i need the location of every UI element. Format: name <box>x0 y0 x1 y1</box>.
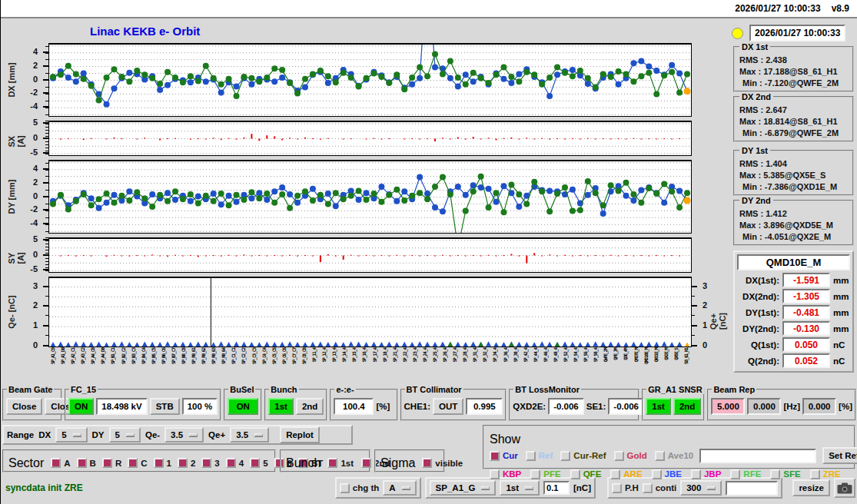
show-checkbox-jbe[interactable]: JBE <box>652 469 682 479</box>
show-checkbox-cur[interactable]: Cur <box>490 451 518 461</box>
dx-plot[interactable] <box>48 43 692 117</box>
status-checkbox-conti[interactable]: conti <box>643 483 676 493</box>
checkbox-box[interactable] <box>102 458 112 468</box>
timestamp-display: 2026/01/27 10:00:33 <box>749 25 845 41</box>
sector-checkbox-5[interactable]: 5 <box>250 458 267 468</box>
sector-checkbox-4[interactable]: 4 <box>226 458 244 468</box>
checkbox-box[interactable] <box>770 469 780 479</box>
checkbox-box[interactable] <box>490 451 500 461</box>
checkbox-box[interactable] <box>652 469 662 479</box>
bunch-2nd-button[interactable]: 2nd <box>296 398 324 415</box>
set-ref-button[interactable]: Set Ref <box>822 447 857 464</box>
checkbox-box[interactable] <box>560 451 570 461</box>
checkbox-box[interactable] <box>810 469 820 479</box>
checkbox-box[interactable] <box>327 458 337 468</box>
show-checkbox-gold[interactable]: Gold <box>614 451 647 461</box>
bunch-filter-checkbox-1st[interactable]: 1st <box>327 458 354 468</box>
status-checkbox-p-h[interactable]: P.H <box>612 483 639 493</box>
y-tick-label: 4 <box>33 47 38 56</box>
che1-out-button[interactable]: OUT <box>433 398 463 415</box>
show-checkbox-sfe[interactable]: SFE <box>770 469 800 479</box>
sector-checkbox-r[interactable]: R <box>102 458 121 468</box>
ee-ratio-readout: 100.4 <box>334 398 374 415</box>
checkbox-box[interactable] <box>250 458 260 468</box>
checkbox-box[interactable] <box>730 469 740 479</box>
bpm-readout-rows: DX(1st):-1.591mmDX(2nd):-1.305mmDY(1st):… <box>737 272 850 369</box>
sx-plot[interactable] <box>48 121 692 156</box>
checkbox-box[interactable] <box>201 458 211 468</box>
checkbox-box[interactable] <box>655 451 665 461</box>
checkbox-box[interactable] <box>51 458 61 468</box>
bpm-readout-row: Q(2nd):0.052nC <box>737 353 850 369</box>
sector-checkbox-a[interactable]: A <box>51 458 70 468</box>
range-dy-dropdown[interactable]: 5 <box>109 427 141 443</box>
show-checkbox-pfe[interactable]: PFE <box>530 469 560 479</box>
checkbox-box[interactable] <box>422 458 432 468</box>
checkbox-box[interactable] <box>178 458 188 468</box>
show-checkbox-qfe[interactable]: QFE <box>570 469 602 479</box>
selected-bpm-name: QMD10E_M <box>737 254 850 270</box>
status-checkbox-chg-th[interactable]: chg th <box>340 483 380 493</box>
qe-plot[interactable] <box>48 277 692 347</box>
checkbox-box[interactable] <box>77 458 87 468</box>
show-checkbox-ref[interactable]: Ref <box>526 451 553 461</box>
dy-plot[interactable] <box>48 160 692 234</box>
snsr-1st-button[interactable]: 1st <box>646 398 671 415</box>
show-checkbox-ave10[interactable]: Ave10 <box>655 451 693 461</box>
range-qe-plus-dropdown[interactable]: 3.5 <box>230 427 269 443</box>
checkbox-box[interactable] <box>526 451 536 461</box>
x-tick-label: SP_21_4 <box>392 348 397 362</box>
show-checkbox-cur-ref[interactable]: Cur-Ref <box>560 451 606 461</box>
show-checkbox-rfe[interactable]: RFE <box>730 469 761 479</box>
checkbox-box[interactable] <box>691 469 701 479</box>
show-checkbox-jbp[interactable]: JBP <box>691 469 721 479</box>
checkbox-box[interactable] <box>612 483 622 493</box>
checkbox-box[interactable] <box>530 469 540 479</box>
checkbox-box[interactable] <box>128 458 138 468</box>
sector-checkbox-c[interactable]: C <box>128 458 147 468</box>
ref-file-input[interactable] <box>699 449 816 463</box>
mode-dropdown[interactable]: A <box>383 480 416 496</box>
sector-checkbox-1[interactable]: 1 <box>154 458 171 468</box>
replot-button[interactable]: Replot <box>280 426 320 443</box>
range-dx-dropdown[interactable]: 5 <box>55 427 87 443</box>
y-axis-right-title: Qe+ [nC] <box>709 294 727 330</box>
snsr-2nd-button[interactable]: 2nd <box>673 398 701 415</box>
checkbox-box[interactable] <box>643 483 653 493</box>
checkbox-box[interactable] <box>340 483 350 493</box>
bunch-select-group: Bunch 1st 2nd <box>264 389 327 421</box>
show-checkbox-are[interactable]: ARE <box>610 469 642 479</box>
bpm-readout-value: 0.050 <box>782 337 830 352</box>
fc15-stb-button[interactable]: STB <box>150 398 180 415</box>
x-tick-label: SP_54_4 <box>573 348 578 362</box>
y-axis-title: DX [mm] <box>7 62 16 97</box>
range-qe-minus-dropdown[interactable]: 3.5 <box>164 427 204 443</box>
checkbox-box[interactable] <box>610 469 620 479</box>
show-checkbox-kbp[interactable]: KBP <box>490 469 521 479</box>
sigma-checkbox-visible[interactable]: visible <box>422 458 463 468</box>
x-tick-label: SP_28_4 <box>462 348 467 362</box>
checkbox-box[interactable] <box>614 451 624 461</box>
busel-on-button[interactable]: ON <box>228 398 258 415</box>
sector-checkbox-2[interactable]: 2 <box>178 458 195 468</box>
checkbox-box[interactable] <box>490 469 500 479</box>
titlebar-version: v8.9 <box>832 3 849 14</box>
dy2-min-value: -4.051@QX2E_M <box>765 232 832 241</box>
bunch-1st-button[interactable]: 1st <box>268 398 294 415</box>
checkbox-box[interactable] <box>154 458 164 468</box>
x-tick-label: SP_23_4 <box>412 348 417 362</box>
bpm-select-dropdown[interactable]: SP_A1_G <box>430 480 497 496</box>
sector-checkbox-b[interactable]: B <box>77 458 96 468</box>
checkbox-box[interactable] <box>570 469 580 479</box>
beam-gate-close-button-1[interactable]: Close <box>6 398 42 415</box>
checkbox-box[interactable] <box>361 458 371 468</box>
dropdown-indicator <box>707 486 716 489</box>
sector-checkbox-3[interactable]: 3 <box>201 458 219 468</box>
se1-loss-readout: -0.006 <box>608 398 644 415</box>
fc15-on-button[interactable]: ON <box>68 398 94 415</box>
y-tick-label: 0 <box>33 340 38 350</box>
checkbox-box[interactable] <box>226 458 236 468</box>
sy-plot[interactable] <box>48 237 692 273</box>
show-checkbox-zre[interactable]: ZRE <box>810 469 841 479</box>
x-tick-label: SP_B8_C8 <box>181 348 186 364</box>
